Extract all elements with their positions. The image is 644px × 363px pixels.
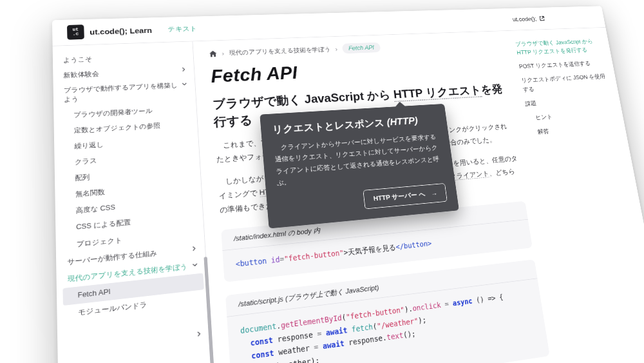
sidebar-list: ようこそ新歓体験会ブラウザで動作するアプリを構築しようブラウザの開発者ツール定数… xyxy=(59,48,207,363)
toc-list: ブラウザで動く JavaScript から HTTP リクエストを発行するPOS… xyxy=(515,37,620,137)
breadcrumb-separator: › xyxy=(335,46,337,53)
brand-title[interactable]: ut.code(); Learn xyxy=(90,26,152,36)
sidebar-item[interactable] xyxy=(64,326,207,363)
toc-item-1[interactable]: POST リクエストを送信する xyxy=(518,59,608,72)
page-title: Fetch API xyxy=(210,54,504,86)
chevron-right-icon xyxy=(191,245,197,251)
utcode-logo-icon[interactable]: ut .c xyxy=(67,25,84,39)
http-server-link-button[interactable]: HTTP サーバー へ → xyxy=(363,183,448,209)
external-site-label: ut.code(); xyxy=(512,15,537,23)
content-columns: ようこそ新歓体験会ブラウザで動作するアプリを構築しようブラウザの開発者ツール定数… xyxy=(53,28,644,363)
arrow-right-icon: → xyxy=(430,190,437,197)
course-sidebar: ようこそ新歓体験会ブラウザで動作するアプリを構築しようブラウザの開発者ツール定数… xyxy=(53,41,219,363)
nav-link-text[interactable]: テキスト xyxy=(167,25,197,34)
breadcrumb-section-link[interactable]: 現代のアプリを支える技術を学ぼう xyxy=(229,45,331,57)
chevron-down-icon xyxy=(192,261,198,268)
glossary-tooltip: リクエストとレスポンス (HTTP) クライアントからサーバーに対しサービスを要… xyxy=(260,104,459,228)
chevron-right-icon xyxy=(196,331,202,338)
sidebar-item-label xyxy=(69,331,192,346)
chevron-down-icon xyxy=(182,81,188,87)
screen: ut .c ut.code(); Learn テキスト ut.code(); よ… xyxy=(0,0,644,363)
toc-item-3[interactable]: 課題 xyxy=(524,94,614,108)
toc-item-4[interactable]: ヒント xyxy=(527,108,617,123)
sidebar-item-label: 新歓体験会 xyxy=(63,66,178,80)
external-link-icon xyxy=(539,15,545,21)
tooltip-title-paren: (HTTP) xyxy=(386,115,419,128)
main-article: › 現代のアプリを支える技術を学ぼう › Fetch API Fetch API… xyxy=(193,31,572,363)
tooltip-body: クライアントからサーバーに対しサービスを要求する通信をリクエスト、リクエストに対… xyxy=(274,131,444,189)
sidebar-item-label: ようこそ xyxy=(63,52,186,65)
toc-item-2[interactable]: リクエストボディに JSON を使用する xyxy=(521,72,612,94)
learn-site-window: ut .c ut.code(); Learn テキスト ut.code(); よ… xyxy=(52,6,644,363)
sidebar-item-label: ブラウザで動作するアプリを構築しよう xyxy=(64,81,179,104)
external-site-link[interactable]: ut.code(); xyxy=(512,15,545,23)
toc-item-5[interactable]: 解答 xyxy=(529,122,620,137)
home-icon[interactable] xyxy=(209,50,217,57)
tooltip-actions: HTTP サーバー へ → xyxy=(278,183,448,217)
toc-item-0[interactable]: ブラウザで動く JavaScript から HTTP リクエストを発行する xyxy=(515,37,605,57)
glossary-term[interactable]: HTTP リクエスト xyxy=(393,84,482,103)
breadcrumb-current-page-badge: Fetch API xyxy=(342,43,381,54)
topbar-spacer xyxy=(197,19,513,29)
chevron-right-icon xyxy=(180,66,187,72)
breadcrumb-separator: › xyxy=(222,50,224,57)
